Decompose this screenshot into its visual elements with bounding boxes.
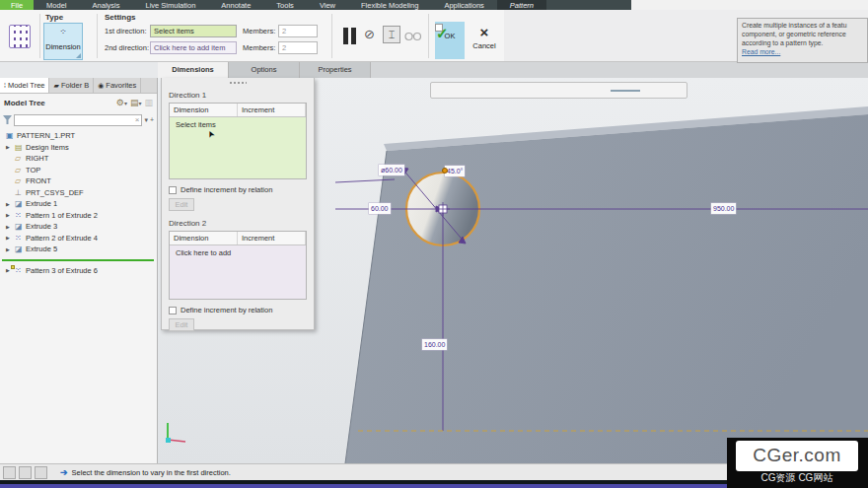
expand-search-icon[interactable]: + <box>150 116 154 123</box>
tree-item[interactable]: ▶ ◪ Extrude 1 <box>0 198 157 210</box>
direction2-edit-button[interactable]: Edit <box>169 318 194 331</box>
column-dimension: Dimension <box>170 104 238 116</box>
preview-geometry-icon[interactable]: ⌶ <box>383 26 400 43</box>
direction2-collector[interactable]: Click here to add <box>170 245 306 299</box>
tree-item[interactable]: ▶ ⊥ PRT_CSYS_DEF <box>0 187 157 199</box>
tab-properties[interactable]: Properties <box>300 62 371 78</box>
new-feature-badge <box>11 265 15 269</box>
tab-analysis[interactable]: Analysis <box>80 0 133 10</box>
model-display-icon[interactable] <box>3 466 16 479</box>
tab-file[interactable]: File <box>0 0 34 10</box>
pick-mode-icon[interactable] <box>625 90 640 92</box>
tree-item[interactable]: ▶ ▱ FRONT <box>0 175 157 187</box>
members-count-2[interactable]: 2 <box>278 41 318 54</box>
tree-item[interactable]: ▶ ▱ TOP <box>0 165 157 176</box>
pattern-direction-handle[interactable] <box>442 168 448 174</box>
pattern-icon: ⁙ <box>15 266 26 275</box>
tab-folder-browser[interactable]: ▰Folder B <box>49 78 94 93</box>
tab-flexible-modeling[interactable]: Flexible Modeling <box>348 0 431 10</box>
expand-arrow-icon[interactable]: ▶ <box>6 246 15 252</box>
dimension-angle-label[interactable]: 45.0° <box>445 166 465 176</box>
tab-model-tree[interactable]: ⁞Model Tree <box>0 78 49 93</box>
tab-live-simulation[interactable]: Live Simulation <box>132 0 208 10</box>
divider <box>331 14 332 58</box>
folder-icon: ▰ <box>53 82 58 90</box>
tab-options[interactable]: Options <box>229 62 300 78</box>
divider <box>97 14 98 58</box>
pause-button[interactable] <box>343 28 357 44</box>
spin-center-icon[interactable] <box>611 90 625 92</box>
tree-item[interactable]: ▶ ⁙ Pattern 3 of Extrude 6 <box>0 265 157 277</box>
tree-settings-icon[interactable]: ⚙▾ <box>116 98 127 107</box>
tree-search-input[interactable]: × <box>14 114 142 126</box>
second-direction-label: 2nd direction: <box>105 43 149 52</box>
extrude-icon: ◪ <box>15 244 26 253</box>
column-increment: Increment <box>238 104 306 116</box>
tree-item[interactable]: ▶ ◪ Extrude 3 <box>0 221 157 233</box>
extrude-icon: ◪ <box>15 199 26 208</box>
tree-item[interactable]: ▶ ⁙ Pattern 2 of Extrude 4 <box>0 233 157 244</box>
dimension-diameter-label[interactable]: ø60.00 <box>379 165 404 175</box>
expand-arrow-icon[interactable]: ▶ <box>6 201 15 207</box>
search-options-caret-icon[interactable]: ▾ <box>144 116 148 124</box>
tab-applications[interactable]: Applications <box>431 0 496 10</box>
direction2-relation-checkbox[interactable] <box>169 307 177 314</box>
read-more-link[interactable]: Read more... <box>742 48 780 55</box>
direction1-collector[interactable]: Select items ➤ <box>170 117 306 178</box>
tab-annotate[interactable]: Annotate <box>208 0 263 10</box>
tab-favorites[interactable]: ◉Favorites <box>94 78 141 93</box>
dimension-horizontal-offset-label[interactable]: 60.00 <box>369 203 391 214</box>
tree-item[interactable]: ▶ ◪ Extrude 5 <box>0 244 157 255</box>
dimension-vertical-offset-label[interactable]: 160.00 <box>422 339 447 350</box>
second-direction-collector[interactable]: Click here to add item <box>150 41 237 54</box>
direction2-title: Direction 2 <box>169 219 307 228</box>
ok-button[interactable]: ✓ OK <box>435 22 465 59</box>
tree-item[interactable]: ▶ ⁙ Pattern 1 of Extrude 2 <box>0 210 157 222</box>
tab-tools[interactable]: Tools <box>263 0 307 10</box>
members-count-1[interactable]: 2 <box>278 25 318 37</box>
status-icons <box>3 466 50 479</box>
members-label-1: Members: <box>243 27 275 35</box>
selection-region-icon[interactable] <box>35 466 47 479</box>
dimensions-panel: Direction 1 Dimension Increment Select i… <box>161 78 315 330</box>
tab-model[interactable]: Model <box>34 0 79 10</box>
mouse-cursor-icon: ➤ <box>205 128 217 139</box>
expand-arrow-icon[interactable]: ▶ <box>6 235 15 241</box>
web-browser-icon[interactable] <box>19 466 32 479</box>
no-preview-icon[interactable]: ⊘ <box>364 28 375 41</box>
column-dimension: Dimension <box>170 232 238 244</box>
pattern-icon: ⁙ <box>15 211 26 220</box>
direction1-relation-checkbox[interactable] <box>169 186 177 194</box>
dimension-type-button[interactable]: ⁘ Dimension <box>43 23 83 60</box>
verify-glasses-icon[interactable] <box>404 31 422 41</box>
tab-dimensions[interactable]: Dimensions <box>158 62 229 78</box>
expand-arrow-icon[interactable]: ▶ <box>6 212 15 218</box>
cancel-button[interactable]: × Cancel <box>468 22 501 59</box>
tree-item[interactable]: ▣ PATTERN_1.PRT <box>0 130 157 142</box>
insert-indicator[interactable] <box>2 259 154 261</box>
tab-view[interactable]: View <box>307 0 348 10</box>
tree-filters-icon[interactable]: ▤▾ <box>130 98 142 107</box>
expand-arrow-icon[interactable]: ▶ <box>6 144 15 150</box>
panel-drag-handle[interactable] <box>229 81 247 85</box>
tree-item[interactable]: ▶ ▤ Design Items <box>0 142 157 154</box>
tree-item[interactable]: ▶ ▱ RIGHT <box>0 153 157 165</box>
tab-pattern[interactable]: Pattern <box>497 0 546 10</box>
first-direction-label: 1st direction: <box>105 27 147 35</box>
dimension-length-label[interactable]: 950.00 <box>711 203 736 214</box>
tabbar-filler <box>631 0 868 10</box>
plate-front-face <box>345 114 868 463</box>
first-direction-collector[interactable]: Select items <box>150 25 237 37</box>
datum-plane-icon: ▱ <box>15 154 26 163</box>
extrude-icon: ◪ <box>15 222 26 231</box>
datum-plane-icon: ▱ <box>15 176 26 185</box>
navigator-tabs: ⁞Model Tree▰Folder B◉Favorites <box>0 78 157 94</box>
tree-columns-icon[interactable]: ▥ <box>144 98 153 107</box>
direction1-edit-button[interactable]: Edit <box>169 198 194 211</box>
expand-arrow-icon[interactable]: ▶ <box>6 224 15 230</box>
direction1-table: Dimension Increment Select items ➤ <box>169 103 307 179</box>
prompt-arrow-icon: ➔ <box>60 467 68 477</box>
design-items-icon: ▤ <box>15 143 26 152</box>
creo-pattern-tool-window: { "ribbon_tabs": [ {"label":"File","name… <box>0 0 868 488</box>
clear-search-icon[interactable]: × <box>135 115 140 124</box>
